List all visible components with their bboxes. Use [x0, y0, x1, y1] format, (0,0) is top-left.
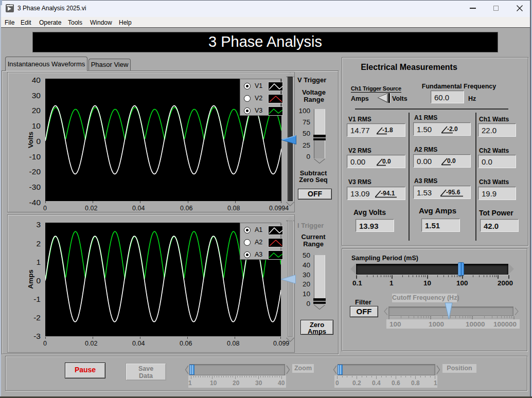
svg-text:0.0: 0.0: [382, 158, 391, 165]
svg-text:-95.6: -95.6: [446, 189, 460, 196]
svg-text:0.0: 0.0: [447, 157, 456, 165]
svg-text:-94.1: -94.1: [381, 190, 395, 197]
svg-text:-2.0: -2.0: [447, 125, 458, 133]
svg-text:-1.8: -1.8: [382, 126, 393, 134]
